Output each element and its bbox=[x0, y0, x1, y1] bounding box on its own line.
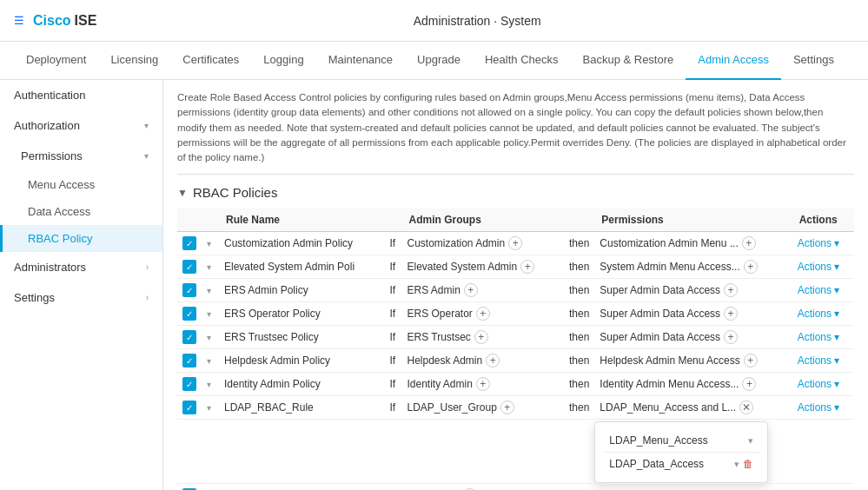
add-perm-btn[interactable]: + bbox=[724, 307, 738, 321]
dropdown-label: LDAP_Data_Access bbox=[609, 458, 704, 470]
row-checkbox[interactable]: ✓ bbox=[182, 401, 196, 414]
if-label: If bbox=[384, 255, 401, 279]
tab-maintenance[interactable]: Maintenance bbox=[316, 42, 405, 80]
row-checkbox[interactable]: ✓ bbox=[182, 377, 196, 391]
perm-value: Super Admin Data Access bbox=[600, 308, 720, 320]
dropdown-item-menu-access[interactable]: LDAP_Menu_Access ▾ bbox=[602, 429, 760, 453]
col-then-header bbox=[564, 209, 594, 232]
expand-icon[interactable]: ▾ bbox=[207, 262, 211, 272]
add-group-btn[interactable]: + bbox=[476, 307, 490, 321]
rule-name: MnT Admin Policy bbox=[219, 484, 384, 490]
if-label: If bbox=[384, 373, 401, 396]
then-label: then bbox=[564, 373, 594, 396]
close-perm-btn[interactable]: ✕ bbox=[739, 401, 753, 414]
sidebar-item-authorization[interactable]: Authorization ▾ bbox=[0, 110, 162, 141]
tab-backup-restore[interactable]: Backup & Restore bbox=[571, 42, 686, 80]
group-value: Elevated System Admin bbox=[407, 261, 517, 273]
chevron-right-icon: › bbox=[146, 293, 149, 302]
main-layout: Authentication Authorization ▾ Permissio… bbox=[0, 80, 868, 490]
expand-icon[interactable]: ▾ bbox=[207, 356, 211, 366]
add-perm-btn[interactable]: + bbox=[744, 354, 758, 368]
delete-icon[interactable]: 🗑 bbox=[743, 458, 753, 470]
actions-button[interactable]: Actions ▾ bbox=[798, 237, 840, 249]
expand-icon[interactable]: ▾ bbox=[207, 286, 211, 295]
group-value: Identity Admin bbox=[407, 378, 472, 390]
sidebar: Authentication Authorization ▾ Permissio… bbox=[0, 80, 163, 490]
expand-icon[interactable]: ▾ bbox=[207, 309, 211, 319]
rule-name: Identity Admin Policy bbox=[219, 373, 384, 396]
row-checkbox[interactable]: ✓ bbox=[182, 330, 196, 344]
sidebar-label-settings: Settings bbox=[14, 291, 55, 304]
actions-button[interactable]: Actions ▾ bbox=[798, 308, 840, 320]
expand-icon[interactable]: ▾ bbox=[207, 403, 211, 413]
add-perm-btn[interactable]: + bbox=[744, 260, 758, 274]
then-label: then bbox=[564, 302, 594, 326]
actions-button[interactable]: Actions ▾ bbox=[798, 261, 840, 273]
sidebar-item-administrators[interactable]: Administrators › bbox=[0, 252, 162, 282]
row-checkbox[interactable]: ✓ bbox=[182, 260, 196, 274]
rule-name: Customization Admin Policy bbox=[219, 232, 384, 255]
expand-icon[interactable]: ▾ bbox=[207, 380, 211, 389]
add-perm-btn[interactable]: + bbox=[742, 377, 756, 391]
sidebar-item-menu-access[interactable]: Menu Access bbox=[0, 171, 162, 198]
actions-button[interactable]: Actions ▾ bbox=[798, 354, 840, 367]
row-checkbox[interactable]: ✓ bbox=[182, 283, 196, 297]
table-row: ✓ ▾ Helpdesk Admin Policy If Helpdesk Ad… bbox=[177, 349, 854, 373]
add-group-btn[interactable]: + bbox=[476, 377, 490, 391]
expand-icon[interactable]: ▾ bbox=[207, 239, 211, 248]
row-checkbox[interactable]: ✓ bbox=[182, 236, 196, 250]
tab-licensing[interactable]: Licensing bbox=[98, 42, 170, 80]
row-checkbox[interactable]: ✓ bbox=[182, 307, 196, 321]
add-group-btn[interactable]: + bbox=[520, 260, 534, 274]
chevron-right-icon: › bbox=[146, 262, 149, 272]
rule-name: LDAP_RBAC_Rule bbox=[219, 396, 384, 420]
expand-icon[interactable]: ▾ bbox=[207, 333, 211, 342]
actions-button[interactable]: Actions ▾ bbox=[798, 331, 840, 343]
actions-button[interactable]: Actions ▾ bbox=[798, 284, 840, 296]
permission-field: Super Admin Data Access + bbox=[600, 283, 786, 297]
col-expand-header bbox=[202, 209, 219, 232]
actions-button[interactable]: Actions ▾ bbox=[798, 401, 840, 414]
sidebar-label-authorization: Authorization bbox=[14, 119, 80, 132]
dropdown-icons: ▾ 🗑 bbox=[734, 458, 753, 470]
then-label: then bbox=[564, 349, 594, 373]
perm-value: LDAP_Menu_Access and L... bbox=[600, 401, 736, 414]
sidebar-label-authentication: Authentication bbox=[14, 89, 85, 102]
dropdown-icons: ▾ bbox=[748, 435, 753, 447]
tab-certificates[interactable]: Certificates bbox=[170, 42, 251, 80]
add-perm-btn[interactable]: + bbox=[724, 283, 738, 297]
add-group-btn[interactable]: + bbox=[474, 330, 488, 344]
dropdown-item-data-access[interactable]: LDAP_Data_Access ▾ 🗑 bbox=[602, 453, 760, 475]
rbac-table: Rule Name Admin Groups Permissions Actio… bbox=[177, 209, 854, 490]
add-group-btn[interactable]: + bbox=[500, 401, 514, 414]
tab-health-checks[interactable]: Health Checks bbox=[473, 42, 571, 80]
add-group-btn[interactable]: + bbox=[464, 283, 478, 297]
tab-deployment[interactable]: Deployment bbox=[14, 42, 98, 80]
sidebar-item-authentication[interactable]: Authentication bbox=[0, 80, 162, 110]
chevron-down-icon: ▾ bbox=[144, 121, 149, 130]
tab-admin-access[interactable]: Admin Access bbox=[686, 42, 781, 80]
add-group-btn[interactable]: + bbox=[486, 354, 500, 368]
sidebar-item-rbac-policy[interactable]: RBAC Policy bbox=[0, 225, 162, 252]
tab-upgrade[interactable]: Upgrade bbox=[405, 42, 473, 80]
table-row: ✓ ▾ MnT Admin Policy If MnT Admin + then bbox=[177, 484, 854, 490]
group-value: Customization Admin bbox=[407, 237, 505, 249]
add-perm-btn[interactable]: + bbox=[724, 330, 738, 344]
add-perm-btn[interactable]: + bbox=[742, 236, 756, 250]
actions-button[interactable]: Actions ▾ bbox=[798, 378, 840, 390]
rule-name: Helpdesk Admin Policy bbox=[219, 349, 384, 373]
dropdown-label: LDAP_Menu_Access bbox=[609, 434, 707, 447]
sidebar-item-settings[interactable]: Settings › bbox=[0, 282, 162, 313]
permission-field: Super Admin Data Access + bbox=[600, 330, 786, 344]
tab-nav: Deployment Licensing Certificates Loggin… bbox=[0, 42, 868, 80]
table-row: ✓ ▾ ERS Trustsec Policy If ERS Trustsec … bbox=[177, 326, 854, 349]
row-checkbox[interactable]: ✓ bbox=[182, 354, 196, 368]
tab-settings[interactable]: Settings bbox=[781, 42, 846, 80]
perm-value: Super Admin Data Access bbox=[600, 331, 720, 343]
sidebar-item-permissions[interactable]: Permissions ▾ bbox=[0, 141, 162, 171]
sidebar-item-data-access[interactable]: Data Access bbox=[0, 198, 162, 225]
hamburger-icon[interactable]: ☰ bbox=[14, 14, 24, 27]
tab-logging[interactable]: Logging bbox=[251, 42, 315, 80]
add-group-btn[interactable]: + bbox=[508, 236, 522, 250]
collapse-icon[interactable]: ▼ bbox=[177, 187, 188, 199]
